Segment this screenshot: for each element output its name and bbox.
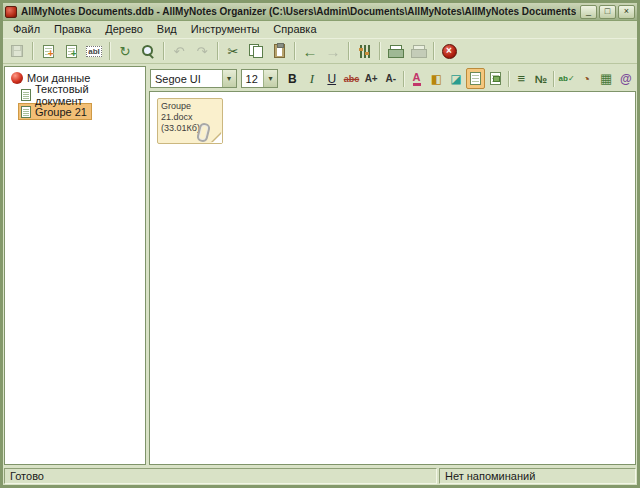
numbered-list-icon: № (535, 73, 547, 85)
cut-icon: ✂ (228, 45, 239, 58)
attach-icon: @ (620, 72, 632, 86)
bold-button[interactable]: B (283, 68, 302, 89)
menu-help[interactable]: Справка (266, 22, 323, 37)
menu-view[interactable]: Вид (150, 22, 184, 37)
insert-file-icon (470, 72, 481, 85)
close-button[interactable]: × (618, 5, 635, 19)
grow-font-button[interactable]: A+ (362, 68, 381, 89)
back-button[interactable]: ← (299, 40, 321, 62)
database-icon (11, 72, 23, 84)
chevron-down-icon[interactable]: ▾ (263, 70, 277, 87)
tree-item-groupe-21[interactable]: Groupe 21 (18, 103, 92, 120)
toolbar-separator (294, 42, 295, 60)
maximize-button[interactable]: □ (599, 5, 616, 19)
status-ready: Готово (4, 468, 437, 484)
new-note-button[interactable]: + (37, 40, 59, 62)
font-family-value: Segoe UI (151, 73, 222, 85)
menu-file[interactable]: Файл (6, 22, 47, 37)
redo-button[interactable]: ↷ (191, 40, 213, 62)
toolbar-separator (553, 71, 554, 87)
bullet-list-button[interactable]: ≡ (512, 68, 531, 89)
menu-tools[interactable]: Инструменты (184, 22, 267, 37)
toolbar-separator (217, 42, 218, 60)
titlebar: AllMyNotes Documents.ddb - AllMyNotes Or… (3, 3, 637, 21)
tree-item-text-document[interactable]: Текстовый документ (18, 86, 144, 103)
fill-color-button[interactable]: ◧ (427, 68, 446, 89)
paste-icon (274, 44, 285, 58)
refresh-icon: ↻ (120, 45, 131, 58)
print-preview-icon (411, 45, 426, 58)
clear-format-button[interactable]: ◪ (447, 68, 466, 89)
status-reminders: Нет напоминаний (439, 468, 636, 484)
reminder-icon: ◔ (583, 72, 590, 86)
rename-button[interactable]: abI (83, 40, 105, 62)
font-size-select[interactable]: 12 ▾ (241, 69, 278, 88)
strikethrough-button[interactable]: abc (342, 68, 361, 89)
bold-icon: B (288, 72, 297, 86)
print-preview-button[interactable] (407, 40, 429, 62)
save-button[interactable] (6, 40, 28, 62)
text-color-icon: A (413, 72, 421, 86)
attachment-filename: Groupe 21.docx (161, 101, 219, 123)
spell-check-icon: ab✓ (559, 74, 575, 83)
undo-icon: ↶ (174, 45, 185, 58)
notes-tree-panel[interactable]: Мои данные Текстовый документ Groupe 21 (4, 66, 146, 465)
page-curl (212, 133, 222, 143)
format-toolbar: Segoe UI ▾ 12 ▾ B I U abc (149, 66, 636, 91)
insert-table-button[interactable]: ▦ (597, 68, 616, 89)
text-color-button[interactable]: A (407, 68, 426, 89)
note-editor-area[interactable]: Groupe 21.docx (33.01Кб) (149, 91, 636, 465)
document-icon (21, 106, 31, 118)
menu-tree[interactable]: Дерево (98, 22, 150, 37)
fill-color-icon: ◧ (431, 72, 442, 86)
reminder-button[interactable]: ◔ (577, 68, 596, 89)
forward-button[interactable]: → (322, 40, 344, 62)
options-button[interactable] (353, 40, 375, 62)
underline-button[interactable]: U (322, 68, 341, 89)
insert-image-button[interactable] (486, 68, 505, 89)
italic-button[interactable]: I (303, 68, 322, 89)
toolbar-separator (379, 42, 380, 60)
insert-image-icon (490, 72, 501, 85)
toolbar-separator (32, 42, 33, 60)
bullet-list-icon: ≡ (517, 71, 525, 86)
underline-icon: U (327, 72, 336, 86)
new-folder-button[interactable]: + (60, 40, 82, 62)
attachment-size: (33.01Кб) (161, 123, 219, 134)
main-toolbar: + + abI ↻ ↶ ↷ ✂ (3, 38, 637, 64)
clear-format-icon: ◪ (450, 72, 461, 86)
redo-icon: ↷ (197, 45, 208, 58)
search-button[interactable] (137, 40, 159, 62)
spell-check-button[interactable]: ab✓ (557, 68, 576, 89)
app-icon (5, 6, 17, 18)
back-icon: ← (303, 44, 318, 59)
exit-button[interactable]: × (438, 40, 460, 62)
numbered-list-button[interactable]: № (532, 68, 551, 89)
insert-file-button[interactable] (466, 68, 485, 89)
print-icon (388, 45, 403, 58)
copy-button[interactable] (245, 40, 267, 62)
attach-button[interactable]: @ (616, 68, 635, 89)
new-note-icon: + (43, 45, 54, 58)
toolbar-separator (508, 71, 509, 87)
paste-button[interactable] (268, 40, 290, 62)
refresh-button[interactable]: ↻ (114, 40, 136, 62)
font-size-value: 12 (242, 73, 263, 85)
window-title: AllMyNotes Documents.ddb - AllMyNotes Or… (21, 6, 576, 17)
strikethrough-icon: abc (344, 74, 360, 84)
chevron-down-icon[interactable]: ▾ (222, 70, 236, 87)
toolbar-separator (433, 42, 434, 60)
options-icon (358, 45, 371, 58)
attachment-card[interactable]: Groupe 21.docx (33.01Кб) (157, 98, 223, 144)
undo-button[interactable]: ↶ (168, 40, 190, 62)
menu-edit[interactable]: Правка (47, 22, 98, 37)
cut-button[interactable]: ✂ (222, 40, 244, 62)
copy-icon (249, 44, 263, 58)
forward-icon: → (326, 44, 341, 59)
font-family-select[interactable]: Segoe UI ▾ (150, 69, 237, 88)
minimize-button[interactable]: _ (580, 5, 597, 19)
print-button[interactable] (384, 40, 406, 62)
shrink-font-button[interactable]: A- (382, 68, 401, 89)
statusbar: Готово Нет напоминаний (3, 466, 637, 485)
main-area: Мои данные Текстовый документ Groupe 21 … (3, 64, 637, 466)
